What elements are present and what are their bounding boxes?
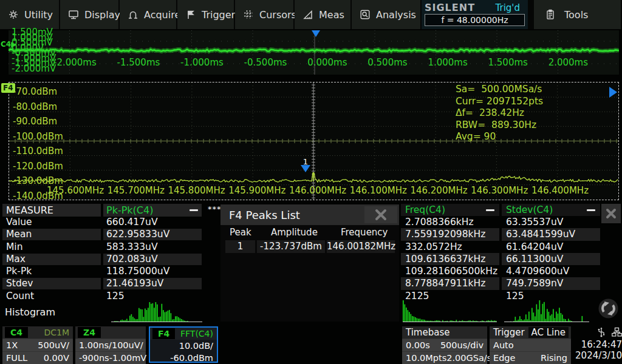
stat-stdev-header: Stdev(C4) bbox=[506, 204, 553, 215]
measure-row: Value660.417uV bbox=[0, 217, 205, 229]
timebase-panel[interactable]: Timebase 0.00s500us/div 10.0Mpts2.00GSa/… bbox=[402, 326, 487, 363]
measure-title: MEASURE bbox=[2, 204, 101, 217]
stat-freq-minimize-icon[interactable] bbox=[486, 209, 494, 211]
stat-value: 63.4841599uV bbox=[502, 228, 600, 240]
siglent-logo: SIGLENT bbox=[425, 2, 475, 13]
menu-analysis[interactable]: Analysis bbox=[352, 0, 420, 29]
measure-source: Pk-Pk(C4) bbox=[103, 204, 202, 217]
display-icon bbox=[68, 9, 79, 20]
trigger-title: Trigger bbox=[493, 327, 525, 338]
trigger-source: AC Line bbox=[528, 327, 569, 338]
tools-icon bbox=[545, 9, 556, 20]
stat-freq-values: 2.7088366kHz7.559192098kHz332.0572Hz109.… bbox=[401, 216, 499, 302]
stat-value: 4.4709600uV bbox=[502, 265, 600, 277]
stat-stdev-minimize-icon[interactable] bbox=[587, 209, 595, 211]
menu-meas-label: Meas bbox=[319, 9, 344, 21]
peak-1-marker[interactable] bbox=[301, 165, 310, 172]
menu-acquire-label: Acquire bbox=[144, 9, 180, 21]
measure-row: Pk-Pk118.75000uV bbox=[0, 266, 205, 278]
stat-value: 109.6136637kHz bbox=[401, 253, 499, 265]
stat-column-stdev: Stdev(C4) 63.35537uV63.4841599uV61.64204… bbox=[502, 204, 600, 302]
measure-row: Min583.333uV bbox=[0, 241, 205, 254]
frequency-readout: f = 48.00000Hz bbox=[425, 14, 525, 26]
time-display: 16:24:47 bbox=[573, 339, 622, 350]
close-icon bbox=[605, 207, 617, 220]
fft-frequency-axis-labels: 145.600MHz145.700MHz145.800MHz145.900MHz… bbox=[47, 185, 589, 196]
fft-info-readout: Sa= 500.00MSa/sCurr= 2097152ptsΔf= 238.4… bbox=[456, 84, 543, 143]
network-icon bbox=[612, 327, 622, 337]
f4-badge: F4 bbox=[152, 328, 175, 339]
stdev-histogram bbox=[504, 300, 589, 322]
trigger-position-marker[interactable] bbox=[312, 30, 320, 37]
peaks-dialog-close-button[interactable] bbox=[364, 206, 397, 223]
measure-rows: Value660.417uV Mean622.95833uV Min583.33… bbox=[0, 217, 205, 303]
stat-value: 8.778847911kHz bbox=[401, 277, 499, 289]
vertical-scale-labels: 1.500mV1.000mV0.500mV0.000V-0.500mV-1.00… bbox=[12, 27, 56, 69]
peaks-table-row[interactable]: 1 -123.737dBm 146.00182MHz bbox=[220, 240, 399, 253]
fft-level-marker[interactable] bbox=[609, 87, 617, 98]
timebase-title: Timebase bbox=[406, 327, 449, 338]
menu-meas[interactable]: Meas bbox=[295, 0, 350, 29]
measure-icon bbox=[302, 9, 313, 20]
menu-analysis-label: Analysis bbox=[376, 9, 416, 21]
z4-badge: Z4 bbox=[78, 327, 101, 338]
menu-display-label: Display bbox=[84, 9, 120, 21]
freq-histogram bbox=[403, 300, 497, 322]
acquire-icon bbox=[128, 9, 138, 20]
measure-row: Max702.083uV bbox=[0, 254, 205, 266]
stat-value: 7.559192098kHz bbox=[401, 228, 499, 240]
clock-panel: 16:24:47 2024/3/10 bbox=[573, 326, 622, 363]
stat-value: 2.7088366kHz bbox=[401, 216, 499, 228]
close-icon bbox=[374, 209, 388, 221]
time-axis-labels: -2.000ms-1.500ms-1.000ms-0.500ms0.000ms0… bbox=[53, 57, 588, 68]
fft-f4-badge[interactable]: F4 bbox=[1, 83, 15, 93]
analysis-icon bbox=[360, 9, 371, 20]
peaks-list-dialog: F4 Peaks List Peak Amplitude Frequency 1… bbox=[220, 204, 399, 322]
trigger-panel[interactable]: Trigger AC Line Auto EdgeRising bbox=[490, 326, 571, 363]
measure-minimize-icon[interactable] bbox=[190, 209, 198, 211]
stat-value: 332.0572Hz bbox=[401, 241, 499, 253]
math-f4-descriptor[interactable]: F4 FFT(C4) 10.0dB/ -60.0dBm bbox=[149, 326, 218, 363]
gear-icon bbox=[8, 9, 19, 20]
measure-row: Mean622.95833uV bbox=[0, 229, 205, 241]
menu-tools-label: Tools bbox=[564, 9, 588, 21]
c4-badge: C4 bbox=[5, 327, 28, 338]
f4-function: FFT(C4) bbox=[180, 329, 214, 339]
menu-tools[interactable]: Tools bbox=[534, 0, 621, 29]
menu-utility-label: Utility bbox=[24, 9, 53, 21]
stat-value: 749.7589nV bbox=[502, 277, 600, 289]
oscilloscope-screen: Utility Display Acquire Trigger Cursors … bbox=[0, 0, 622, 364]
menu-bar: Utility Display Acquire Trigger Cursors … bbox=[0, 0, 622, 29]
stat-value: 109.281606500kHz bbox=[401, 265, 499, 277]
measure-row: Stdev21.46193uV bbox=[0, 278, 205, 290]
time-domain-graticule[interactable]: 1.500mV1.000mV0.500mV0.000V-0.500mV-1.00… bbox=[9, 30, 619, 75]
measure-histogram bbox=[111, 302, 202, 322]
channel-c4-marker[interactable]: C4▶ bbox=[1, 40, 16, 49]
measure-panel: MEASURE Pk-Pk(C4) Value660.417uV Mean622… bbox=[0, 204, 205, 303]
cursors-icon bbox=[243, 9, 254, 20]
menu-acquire[interactable]: Acquire bbox=[120, 0, 176, 29]
stats-close-button[interactable] bbox=[601, 204, 621, 223]
menu-display[interactable]: Display bbox=[60, 0, 118, 29]
stat-value: 66.11300uV bbox=[502, 253, 600, 265]
trigger-status-box: SIGLENT Trig'd f = 48.00000Hz bbox=[422, 0, 528, 29]
refresh-icon[interactable] bbox=[597, 297, 620, 320]
stat-stdev-values: 63.35537uV63.4841599uV61.64204uV66.11300… bbox=[502, 216, 600, 302]
menu-trigger-label: Trigger bbox=[202, 9, 235, 21]
menu-utility[interactable]: Utility bbox=[0, 0, 59, 29]
menu-cursors-label: Cursors bbox=[259, 9, 296, 21]
stat-value: 61.64204uV bbox=[502, 241, 600, 253]
menu-cursors[interactable]: Cursors bbox=[235, 0, 293, 29]
trigger-status: Trig'd bbox=[496, 2, 525, 13]
c4-coupling: DC1M bbox=[44, 328, 70, 337]
peaks-table-rows: 1 -123.737dBm 146.00182MHz bbox=[220, 240, 399, 253]
stat-column-freq: Freq(C4) 2.7088366kHz7.559192098kHz332.0… bbox=[401, 204, 499, 302]
usb-icon bbox=[597, 327, 606, 337]
histogram-label: Histogram bbox=[5, 306, 55, 318]
stat-freq-header: Freq(C4) bbox=[405, 204, 445, 215]
menu-trigger[interactable]: Trigger bbox=[177, 0, 234, 29]
flag-icon bbox=[185, 9, 196, 20]
channel-c4-descriptor[interactable]: C4 DC1M 1X500uV/ FULL0.00V bbox=[2, 326, 73, 363]
zoom-z4-descriptor[interactable]: Z4 1.00ns/100uV/ -900ns-1.00mV bbox=[75, 326, 146, 363]
fft-graticule[interactable]: -70.0dBm-80.0dBm-90.0dBm-100.0dBm-110.0d… bbox=[9, 82, 619, 200]
